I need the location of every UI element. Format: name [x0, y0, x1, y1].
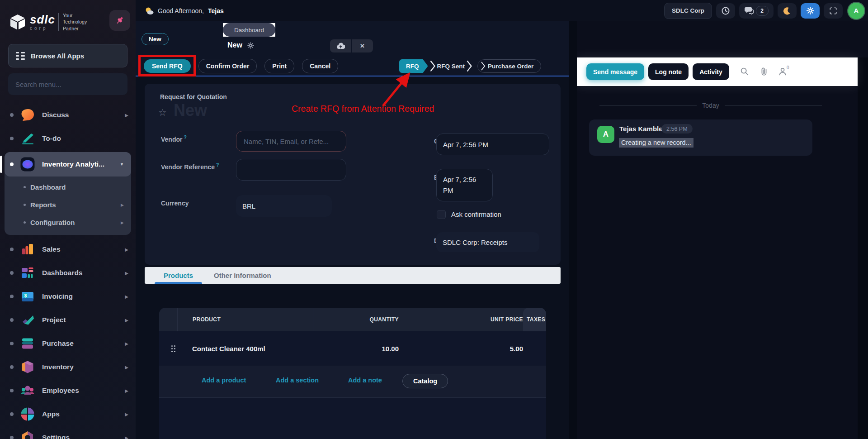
deliver-to-field[interactable]: SDLC Corp: Receipts [436, 232, 539, 252]
ask-confirmation-checkbox[interactable] [437, 210, 446, 219]
tab-other-information[interactable]: Other Information [214, 267, 271, 284]
sidebar-item-invoicing[interactable]: $ Invoicing ▶ [0, 285, 136, 308]
breadcrumb-new-pill[interactable]: New [142, 33, 169, 45]
stage-rfq[interactable]: RFQ [399, 59, 428, 73]
dark-mode-toggle[interactable] [778, 3, 797, 19]
sidebar-item-employees[interactable]: Employees ▶ [0, 379, 136, 402]
confirm-order-button[interactable]: Confirm Order [198, 59, 257, 73]
save-record-button[interactable] [330, 39, 351, 52]
pin-sidebar-button[interactable] [109, 10, 130, 31]
chevron-right-icon: ▶ [125, 365, 128, 370]
bullet-dot [10, 342, 14, 345]
message-timestamp: 2:56 PM [661, 124, 693, 134]
sidebar-menu: Discuss ▶ To-do Inven [0, 103, 136, 439]
favorite-star-icon[interactable]: ☆ [158, 107, 167, 118]
sidebar-item-sales[interactable]: Sales ▶ [0, 238, 136, 261]
col-header-product[interactable]: PRODUCT [177, 308, 313, 331]
sidebar-item-settings[interactable]: Settings ▶ [0, 426, 136, 439]
chatter-panel: Send message Log note Activity 0 Today A… [577, 21, 868, 439]
sidebar-item-apps[interactable]: Apps ▶ [0, 402, 136, 426]
help-marker: ? [184, 134, 186, 140]
vendor-label: Vendor? [161, 134, 187, 143]
sidebar-item-discuss[interactable]: Discuss ▶ [0, 103, 136, 127]
sidebar-item-todo[interactable]: To-do [0, 127, 136, 150]
sidebar-item-inventory-analytics[interactable]: Inventory Analyti... ▼ [5, 152, 131, 177]
paperclip-icon[interactable] [759, 67, 769, 76]
catalog-button[interactable]: Catalog [402, 374, 448, 388]
bullet-dot [10, 113, 14, 117]
main-scroll-gutter[interactable] [569, 21, 577, 439]
sidebar-subitem-configuration[interactable]: Configuration ▶ [5, 214, 131, 231]
add-a-product-link[interactable]: Add a product [202, 377, 246, 384]
tab-products[interactable]: Products [164, 267, 193, 284]
cell-unit-price[interactable]: 5.00 [460, 345, 523, 353]
log-note-button[interactable]: Log note [648, 63, 689, 80]
sidebar-item-label: Project [42, 316, 66, 324]
cancel-button[interactable]: Cancel [302, 59, 338, 73]
sidebar-submenu: Dashboard Reports ▶ Configuration ▶ [5, 177, 131, 235]
user-avatar[interactable]: A [848, 3, 864, 19]
add-a-note-link[interactable]: Add a note [348, 377, 382, 384]
sidebar-item-label: Discuss [42, 111, 69, 119]
sidebar-item-label: Dashboards [42, 269, 83, 277]
inventory-analytics-app-icon [20, 157, 35, 172]
sidebar-item-project[interactable]: Project ▶ [0, 308, 136, 332]
col-header-unit-price[interactable]: UNIT PRICE [460, 308, 523, 331]
dashboards-app-icon [20, 265, 35, 281]
col-header-taxes[interactable]: TAXES [523, 308, 546, 331]
notebook-tabs: Products Other Information [145, 267, 561, 284]
greeting-name: Tejas [208, 7, 224, 14]
add-a-section-link[interactable]: Add a section [276, 377, 319, 384]
fullscreen-button[interactable] [824, 3, 843, 19]
expected-arrival-field[interactable]: Apr 7, 2:56 PM [436, 169, 493, 201]
chatter-scrollbar[interactable] [858, 57, 868, 439]
record-actions-gear-icon[interactable] [247, 42, 254, 49]
order-deadline-field[interactable]: Apr 7, 2:56 PM [436, 134, 549, 155]
search-icon[interactable] [740, 67, 750, 76]
messages-count-badge: 2 [756, 6, 769, 16]
send-message-button[interactable]: Send message [586, 63, 644, 80]
followers-button[interactable]: 0 [778, 67, 788, 76]
sidebar-item-label: Purchase [42, 339, 74, 348]
settings-button[interactable] [801, 3, 820, 19]
messages-button[interactable]: 2 [739, 3, 774, 19]
recent-activity-button[interactable] [716, 3, 735, 19]
bullet-dot [10, 365, 14, 369]
print-button[interactable]: Print [264, 59, 294, 73]
breadcrumb-record: New [227, 41, 254, 49]
vendor-input[interactable] [243, 137, 340, 146]
fullscreen-icon [829, 7, 837, 15]
sidebar-item-label: Invoicing [42, 292, 73, 301]
vendor-reference-input[interactable] [243, 166, 340, 174]
stage-rfq-sent[interactable]: RFQ Sent [437, 63, 465, 70]
cell-quantity[interactable]: 10.00 [313, 345, 399, 353]
menu-search-input[interactable] [14, 80, 121, 89]
message-author: Tejas Kamble [619, 125, 663, 133]
save-discard-group: ✕ [330, 39, 373, 52]
sidebar-item-dashboards[interactable]: Dashboards ▶ [0, 261, 136, 285]
sidebar-item-inventory[interactable]: Inventory ▶ [0, 355, 136, 379]
stage-purchase-order[interactable]: Purchase Order [477, 59, 541, 73]
sidebar-item-purchase[interactable]: Purchase ▶ [0, 332, 136, 355]
sidebar-subitem-reports[interactable]: Reports ▶ [5, 196, 131, 214]
company-badge[interactable]: SDLC Corp [664, 3, 712, 19]
chevron-right-icon: ▶ [125, 341, 128, 346]
discard-record-button[interactable]: ✕ [352, 39, 373, 52]
bullet-dot [10, 318, 14, 322]
record-title: New [227, 41, 242, 49]
currency-field[interactable]: BRL [236, 195, 332, 217]
annotation-highlight-rect [138, 55, 196, 76]
drag-handle-icon[interactable] [171, 345, 175, 352]
cell-product[interactable]: Contact Cleaner 400ml [177, 345, 313, 353]
breadcrumb-dashboard-tab[interactable]: Dashboard [223, 23, 275, 37]
browse-all-apps-button[interactable]: Browse All Apps [8, 44, 127, 67]
invoicing-app-icon: $ [20, 289, 35, 304]
col-header-quantity[interactable]: QUANTITY [313, 308, 399, 331]
bullet-dot [10, 295, 14, 298]
moon-icon [783, 7, 791, 15]
activity-button[interactable]: Activity [693, 63, 729, 80]
chatter-message[interactable]: A Tejas Kamble 2:56 PM Creating a new re… [589, 119, 812, 156]
inventory-app-icon [20, 359, 35, 375]
table-row[interactable]: Contact Cleaner 400ml 10.00 5.00 [159, 331, 546, 366]
sidebar-subitem-dashboard[interactable]: Dashboard [5, 178, 131, 196]
